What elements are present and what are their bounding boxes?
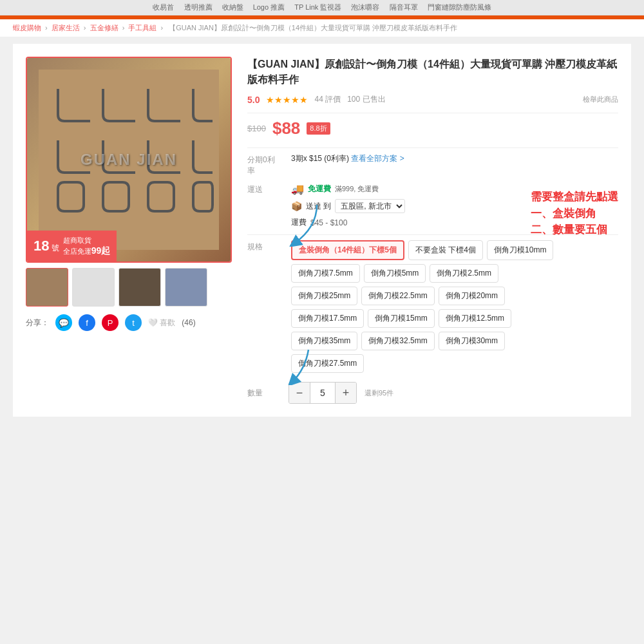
- installment-link[interactable]: 查看全部方案 >: [351, 154, 404, 163]
- spec-btn-6[interactable]: 倒角刀模25mm: [291, 287, 357, 305]
- share-label: 分享：: [26, 317, 49, 328]
- spec-label: 規格: [247, 240, 281, 252]
- sold-count: 100 已售出: [347, 94, 385, 105]
- rating-score: 5.0: [247, 95, 260, 105]
- spec-buttons-row5: 倒角刀模35mm 倒角刀模32.5mm 倒角刀模30mm: [291, 332, 618, 350]
- spec-buttons-row4: 倒角刀模17.5mm 倒角刀模15mm 倒角刀模12.5mm: [291, 309, 618, 328]
- spec-btn-2[interactable]: 倒角刀模10mm: [487, 240, 553, 260]
- breadcrumb-item[interactable]: 居家生活: [52, 24, 80, 32]
- quantity-row: 數量 − 5 + 還剩95件: [247, 382, 618, 404]
- breadcrumb-item[interactable]: 五金修繕: [90, 24, 118, 32]
- spec-btn-13[interactable]: 倒角刀模32.5mm: [361, 332, 434, 350]
- spec-btn-9[interactable]: 倒角刀模17.5mm: [291, 309, 364, 328]
- nav-link[interactable]: 透明推薦: [184, 3, 213, 11]
- nav-link[interactable]: TP Link 監視器: [294, 3, 341, 11]
- nav-link[interactable]: 收易首: [153, 3, 174, 11]
- breadcrumb-item[interactable]: 手工具組: [128, 24, 156, 32]
- installment-label: 分期0利率: [247, 153, 281, 176]
- quantity-remaining: 還剩95件: [365, 388, 393, 398]
- price-row: $100 $88 8.8折: [247, 118, 618, 138]
- product-title: 【GUAN JIAN】原創設計〜倒角刀模（14件組）大量現貨可單購 沖壓刀模皮革…: [247, 57, 618, 88]
- installment-value: 3期x $15 (0利率) 查看全部方案 >: [291, 153, 618, 164]
- free-ship-icon: 🚚: [291, 183, 304, 195]
- report-link[interactable]: 檢舉此商品: [583, 95, 618, 104]
- spec-btn-15[interactable]: 倒角刀模27.5mm: [291, 354, 364, 373]
- nav-link[interactable]: Logo 推薦: [253, 3, 285, 11]
- quantity-increase[interactable]: +: [336, 383, 356, 403]
- like-count: (46): [182, 318, 195, 327]
- sale-price: $88: [272, 118, 300, 138]
- quantity-display: 5: [310, 383, 336, 403]
- badge-number: 18: [33, 238, 49, 254]
- nav-link[interactable]: 泡沫嚼容: [351, 3, 379, 11]
- thumbnail-2[interactable]: [72, 268, 115, 307]
- spec-btn-5[interactable]: 倒角刀模2.5mm: [430, 264, 498, 283]
- rating-row: 5.0 ★★★★★ 44 評價 100 已售出 檢舉此商品: [247, 94, 618, 105]
- spec-btn-4[interactable]: 倒角刀模5mm: [364, 264, 426, 283]
- badge-unit: 號: [52, 243, 59, 252]
- review-count: 44 評價: [314, 94, 341, 105]
- quantity-label: 數量: [247, 388, 281, 399]
- red-annotation: 需要整盒請先點選 一、盒裝倒角 二、數量要五個: [531, 189, 618, 238]
- thumbnail-3[interactable]: [118, 268, 161, 307]
- main-product-image: GUAN JIAN 18 號 超商取貨 全店免運99起: [26, 57, 232, 263]
- twitter-icon[interactable]: t: [125, 314, 142, 331]
- thumbnail-strip: [26, 268, 232, 307]
- shipping-cost-label: 運費: [291, 217, 307, 228]
- like-button[interactable]: 🤍 喜歡: [148, 317, 175, 328]
- quantity-controls: − 5 +: [289, 382, 357, 404]
- product-layout: GUAN JIAN 18 號 超商取貨 全店免運99起: [26, 57, 618, 404]
- quantity-decrease[interactable]: −: [289, 383, 310, 403]
- spec-btn-1[interactable]: 不要盒裝 下標4個: [408, 240, 483, 260]
- spec-options: 盒裝倒角（14件組）下標5個 不要盒裝 下標4個 倒角刀模10mm 倒角刀模7.…: [291, 240, 618, 373]
- pinterest-icon[interactable]: P: [102, 314, 118, 331]
- watermark: GUAN JIAN: [80, 151, 177, 169]
- spec-buttons-row6: 倒角刀模27.5mm: [291, 354, 618, 373]
- free-ship-desc: 滿999, 免運費: [335, 184, 379, 194]
- badge-text1: 超商取貨: [63, 236, 111, 245]
- breadcrumb: 蝦皮購物 › 居家生活 › 五金修繕 › 手工具組 › 【GUAN JIAN】原…: [0, 19, 644, 37]
- spec-btn-7[interactable]: 倒角刀模22.5mm: [361, 287, 434, 305]
- badge-text2: 全店免運99起: [63, 245, 111, 256]
- spec-btn-0[interactable]: 盒裝倒角（14件組）下標5個: [291, 240, 404, 260]
- spec-btn-3[interactable]: 倒角刀模7.5mm: [291, 264, 360, 283]
- breadcrumb-home[interactable]: 蝦皮購物: [13, 24, 41, 32]
- product-badge: 18 號 超商取貨 全店免運99起: [27, 231, 117, 261]
- product-images: GUAN JIAN 18 號 超商取貨 全店免運99起: [26, 57, 232, 404]
- shipping-cost-value: $45 - $100: [310, 218, 347, 227]
- messenger-icon[interactable]: 💬: [55, 314, 72, 331]
- spec-btn-12[interactable]: 倒角刀模35mm: [291, 332, 357, 350]
- thumbnail-1[interactable]: [26, 268, 68, 307]
- breadcrumb-current: 【GUAN JIAN】原創設計〜倒角刀模（14件組）大量現貨可單購 沖壓刀模皮革…: [169, 24, 457, 32]
- spec-row: 規格 盒裝倒角（14件組）下標5個 不要盒裝 下標4個 倒角刀模10mm 倒角刀…: [247, 240, 618, 373]
- spec-btn-11[interactable]: 倒角刀模12.5mm: [439, 309, 511, 328]
- spec-buttons-row3: 倒角刀模25mm 倒角刀模22.5mm 倒角刀模20mm: [291, 287, 618, 305]
- nav-link[interactable]: 收納盤: [222, 3, 243, 11]
- top-nav: 收易首 透明推薦 收納盤 Logo 推薦 TP Link 監視器 泡沫嚼容 隔音…: [0, 0, 644, 15]
- shipping-label: 運送: [247, 183, 281, 195]
- spec-buttons: 盒裝倒角（14件組）下標5個 不要盒裝 下標4個 倒角刀模10mm: [291, 240, 618, 260]
- spec-btn-10[interactable]: 倒角刀模15mm: [368, 309, 434, 328]
- main-content: GUAN JIAN 18 號 超商取貨 全店免運99起: [13, 44, 631, 417]
- discount-badge: 8.8折: [307, 122, 330, 135]
- stars: ★★★★★: [266, 95, 308, 105]
- nav-link[interactable]: 隔音耳罩: [390, 3, 418, 11]
- page-wrapper: 收易首 透明推薦 收納盤 Logo 推薦 TP Link 監視器 泡沫嚼容 隔音…: [0, 0, 644, 644]
- product-info: 【GUAN JIAN】原創設計〜倒角刀模（14件組）大量現貨可單購 沖壓刀模皮革…: [247, 57, 618, 404]
- free-ship-label: 免運費: [308, 184, 331, 194]
- nav-link[interactable]: 門窗縫隙防塵防風條: [428, 3, 491, 11]
- spec-btn-8[interactable]: 倒角刀模20mm: [439, 287, 505, 305]
- thumbnail-4[interactable]: [165, 268, 207, 307]
- original-price: $100: [247, 124, 266, 133]
- share-row: 分享： 💬 f P t 🤍 喜歡 (46): [26, 314, 232, 331]
- facebook-icon[interactable]: f: [79, 314, 95, 331]
- spec-btn-14[interactable]: 倒角刀模30mm: [439, 332, 505, 350]
- annotation-text: 需要整盒請先點選 一、盒裝倒角 二、數量要五個: [531, 189, 618, 238]
- truck-icon: 📦: [291, 201, 302, 211]
- spec-buttons-row2: 倒角刀模7.5mm 倒角刀模5mm 倒角刀模2.5mm: [291, 264, 618, 283]
- region-select[interactable]: 五股區, 新北市: [335, 199, 405, 213]
- delivery-to-label: 送達 到: [306, 201, 331, 212]
- installment-row: 分期0利率 3期x $15 (0利率) 查看全部方案 >: [247, 153, 618, 176]
